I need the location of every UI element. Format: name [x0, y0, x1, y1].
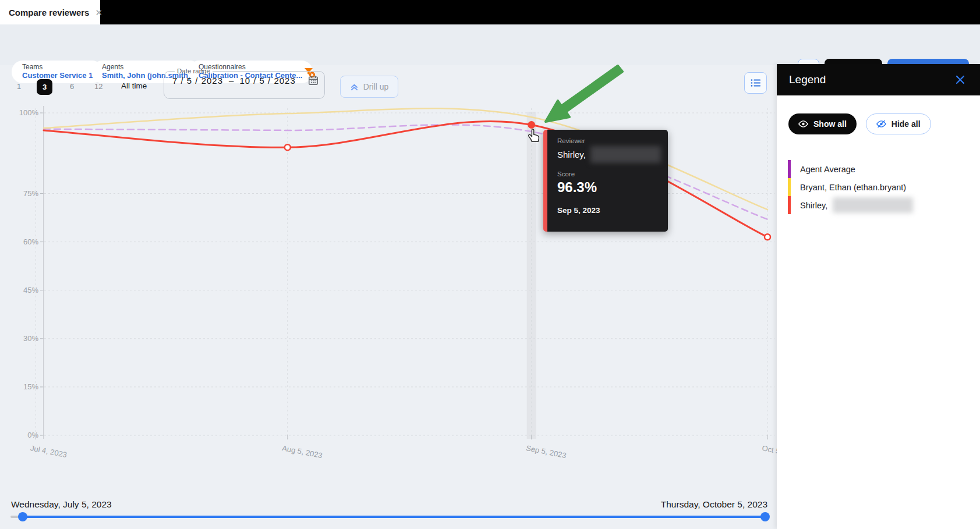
y-axis-tick-label: 45% — [23, 286, 38, 294]
legend-color-bar — [788, 178, 791, 196]
tab-bar: Compare reviewers ✕ — [0, 0, 980, 24]
panel-close-icon[interactable] — [956, 75, 965, 84]
x-axis-tick-label: Aug 5, 2023 — [281, 443, 323, 460]
tooltip-reviewer-label: Reviewer — [557, 137, 661, 144]
data-point-marker-open[interactable] — [765, 234, 770, 240]
x-axis-tick-label: Oct 5, 2023 — [761, 443, 777, 460]
y-axis-tick-label: 15% — [23, 382, 38, 391]
legend-items-list: Agent Average Bryant, Ethan (ethan.bryan… — [788, 160, 980, 214]
x-axis-tick-label: Jul 4, 2023 — [30, 443, 68, 459]
eye-off-icon — [876, 120, 886, 128]
y-axis-tick-label: 30% — [23, 334, 38, 343]
hide-all-label: Hide all — [891, 119, 921, 129]
date-slider-zone: Wednesday, July 5, 2023 Thursday, Octobe… — [0, 496, 777, 529]
legend-item-label: Bryant, Ethan (ethan.bryant) — [800, 183, 906, 192]
tooltip-date: Sep 5, 2023 — [557, 206, 661, 215]
legend-item-label: Shirley, — [800, 201, 827, 210]
legend-color-bar — [788, 196, 791, 214]
x-axis-tick-label: Sep 5, 2023 — [525, 443, 567, 460]
legend-color-bar — [788, 160, 791, 178]
slider-end-label: Thursday, October 5, 2023 — [661, 499, 767, 510]
slider-fill — [23, 516, 765, 518]
show-all-button[interactable]: Show all — [788, 113, 857, 134]
legend-redacted-name — [833, 197, 913, 213]
eye-icon — [798, 120, 808, 127]
tooltip-reviewer-name: Shirley, — [557, 150, 586, 159]
legend-item-label: Agent Average — [800, 165, 855, 174]
tab-title: Compare reviewers — [9, 8, 89, 17]
legend-item-shirley[interactable]: Shirley, — [788, 196, 980, 214]
tab-close-icon[interactable]: ✕ — [95, 8, 102, 17]
y-axis-tick-label: 75% — [23, 189, 38, 198]
legend-item-agent-average[interactable]: Agent Average — [788, 160, 980, 178]
chart-tooltip: Reviewer Shirley, Score 96.3% Sep 5, 202… — [543, 130, 668, 232]
slider-start-label: Wednesday, July 5, 2023 — [11, 499, 112, 510]
filter-bar: Teams Customer Service 1 Agents Smith, J… — [0, 24, 980, 65]
hide-all-button[interactable]: Hide all — [866, 113, 931, 134]
data-point-marker-filled[interactable] — [528, 121, 535, 129]
y-axis-tick-label: 0% — [27, 431, 38, 439]
tooltip-score-value: 96.3% — [557, 179, 661, 196]
slider-handle-start[interactable] — [18, 512, 27, 521]
tooltip-redacted-name — [590, 146, 661, 163]
data-point-marker-open[interactable] — [285, 144, 291, 150]
compare-reviewers-app: Compare reviewers ✕ Teams Customer Servi… — [0, 0, 980, 529]
slider-handle-end[interactable] — [760, 512, 770, 521]
show-all-label: Show all — [813, 119, 847, 129]
legend-item-bryant-ethan[interactable]: Bryant, Ethan (ethan.bryant) — [788, 178, 980, 196]
y-axis-tick-label: 60% — [23, 237, 38, 246]
legend-panel-header: Legend — [777, 64, 980, 95]
legend-panel-title: Legend — [789, 73, 826, 86]
legend-panel: Legend Show all Hide all — [777, 64, 980, 529]
tooltip-score-label: Score — [557, 171, 661, 177]
tab-compare-reviewers[interactable]: Compare reviewers ✕ — [0, 0, 100, 24]
